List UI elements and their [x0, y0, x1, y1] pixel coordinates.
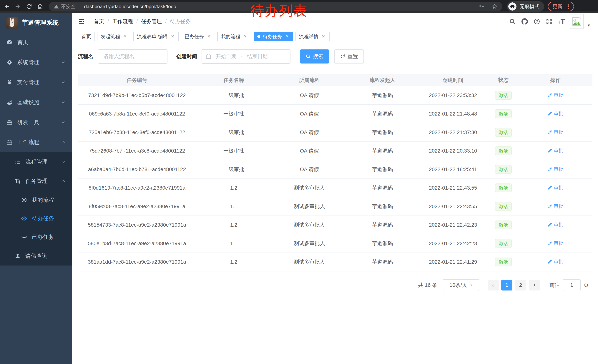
sidebar-item-home[interactable]: 首页	[0, 32, 72, 52]
avatar[interactable]	[570, 14, 583, 29]
approve-link[interactable]: 审批	[548, 203, 563, 209]
close-icon[interactable]	[123, 34, 127, 39]
sidebar-item-infrastructure[interactable]: 基础设施	[0, 92, 72, 112]
sidebar-item-leave-query[interactable]: 请假查询	[0, 246, 72, 266]
close-icon[interactable]	[243, 34, 248, 39]
end-date-input[interactable]	[242, 54, 272, 59]
forward-icon[interactable]	[14, 2, 22, 11]
page-1-button[interactable]: 1	[501, 280, 512, 291]
divider	[80, 4, 80, 9]
browser-update-button[interactable]: 更新	[548, 2, 574, 11]
tab-start-process[interactable]: 发起流程	[97, 32, 131, 41]
help-icon[interactable]	[533, 18, 540, 25]
reset-button[interactable]: 重置	[334, 49, 364, 64]
search-button[interactable]: 搜索	[300, 49, 329, 64]
sidebar-item-task-management[interactable]: 任务管理	[0, 171, 72, 191]
logo-image	[6, 17, 18, 29]
table-row: 580e1b3d-7ac8-11ec-a9e2-a2380e71991a 1.1…	[78, 235, 592, 253]
breadcrumb-home[interactable]: 首页	[94, 18, 104, 25]
chevron-up-icon	[61, 140, 66, 145]
sidebar-item-system[interactable]: 系统管理	[0, 52, 72, 72]
approve-link[interactable]: 审批	[548, 129, 563, 135]
avatar-caret-icon[interactable]	[587, 23, 590, 28]
todo-task-table: 任务编号 任务名称 所属流程 流程发起人 创建时间 状态 操作 73211d9d…	[78, 74, 592, 271]
edit-pencil-icon	[548, 204, 552, 209]
table-row: 725a1eb6-7b88-11ec-8ef0-acde48001122 一级审…	[78, 123, 592, 142]
close-icon[interactable]	[321, 34, 326, 39]
sidebar-item-dev-tools[interactable]: 研发工具	[0, 112, 72, 132]
tab-todo-tasks[interactable]: 待办任务	[254, 32, 293, 41]
status-badge: 激活	[495, 239, 512, 248]
back-icon[interactable]	[3, 2, 11, 11]
status-badge: 激活	[495, 184, 512, 192]
sidebar-item-payment[interactable]: ¥ 支付管理	[0, 72, 72, 92]
address-bar[interactable]: 不安全 dashboard.yudao.iocoder.cn/bpm/task/…	[49, 2, 502, 11]
eye-closed-icon	[21, 234, 27, 240]
person-icon	[14, 252, 21, 259]
fullscreen-icon[interactable]	[545, 18, 553, 25]
tab-done-tasks[interactable]: 已办任务	[181, 32, 215, 41]
bookmark-star-icon[interactable]	[492, 4, 498, 9]
table-row: 8f059c03-7ac8-11ec-a9e2-a2380e71991a 1.1…	[78, 197, 592, 216]
collapse-sidebar-icon[interactable]	[78, 18, 85, 25]
approve-link[interactable]: 审批	[548, 259, 563, 265]
approve-link[interactable]: 审批	[548, 110, 563, 117]
calendar-icon	[206, 54, 211, 59]
breadcrumb-task-management[interactable]: 任务管理	[141, 18, 162, 25]
total-count: 共 16 条	[418, 282, 437, 289]
pagination: 共 16 条 10条/页 1 2 前往 页	[78, 279, 592, 291]
approve-link[interactable]: 审批	[548, 147, 563, 154]
date-range-picker[interactable]: -	[201, 49, 291, 64]
close-icon[interactable]	[285, 34, 290, 39]
close-icon[interactable]	[207, 34, 211, 39]
edit-pencil-icon	[548, 93, 552, 97]
monitor-icon	[6, 99, 13, 105]
sidebar-item-my-process[interactable]: 我的流程	[0, 191, 72, 209]
sidebar-item-workflow[interactable]: 工作流程	[0, 132, 72, 152]
prev-page-button[interactable]	[488, 280, 499, 291]
close-icon[interactable]	[170, 34, 175, 39]
tab-my-process[interactable]: 我的流程	[217, 32, 251, 41]
process-name-input[interactable]	[98, 49, 167, 64]
approve-link[interactable]: 审批	[548, 92, 563, 98]
breadcrumb-current: 待办任务	[170, 18, 191, 25]
page-size-select[interactable]: 10条/页	[443, 279, 479, 291]
sidebar-item-done-tasks[interactable]: 已办任务	[0, 228, 72, 246]
home-icon[interactable]	[36, 2, 44, 11]
approve-link[interactable]: 审批	[548, 166, 563, 172]
status-badge: 激活	[495, 91, 512, 100]
github-icon[interactable]	[521, 18, 528, 25]
sidebar-item-process-management[interactable]: 流程管理	[0, 152, 72, 171]
key-icon[interactable]	[479, 4, 485, 9]
edit-pencil-icon	[548, 222, 552, 227]
approve-link[interactable]: 审批	[548, 221, 563, 228]
breadcrumb: 首页 工作流程 任务管理 待办任务	[94, 18, 191, 25]
eye-open-icon	[21, 215, 27, 222]
edit-pencil-icon	[548, 185, 552, 190]
sidebar-item-todo-tasks[interactable]: 待办任务	[0, 209, 72, 228]
start-date-input[interactable]	[211, 54, 241, 59]
table-header: 任务编号 任务名称 所属流程 流程发起人 创建时间 状态 操作	[78, 74, 592, 86]
date-range-separator: -	[241, 54, 242, 59]
breadcrumb-workflow[interactable]: 工作流程	[112, 18, 133, 25]
tab-process-detail[interactable]: 流程详情	[295, 32, 330, 41]
browser-menu-icon[interactable]	[565, 3, 571, 10]
status-badge: 激活	[495, 220, 512, 229]
edit-pencil-icon	[548, 111, 552, 116]
goto-label: 前往	[549, 282, 560, 289]
tree-list-icon	[14, 159, 21, 165]
reload-icon[interactable]	[25, 2, 33, 11]
search-icon[interactable]	[509, 18, 516, 25]
page-2-button[interactable]: 2	[515, 280, 526, 291]
goto-page-input[interactable]	[563, 279, 581, 291]
tags-view-bar: 首页 发起流程 流程表单-编辑 已办任务 我的流程 待办任务 流程详情	[72, 30, 598, 43]
browser-chrome: 不安全 dashboard.yudao.iocoder.cn/bpm/task/…	[0, 0, 598, 13]
edit-pencil-icon	[548, 241, 552, 246]
font-size-icon[interactable]	[558, 18, 565, 25]
approve-link[interactable]: 审批	[548, 240, 563, 246]
next-page-button[interactable]	[529, 280, 540, 291]
tab-process-form-edit[interactable]: 流程表单-编辑	[133, 32, 179, 41]
app-logo[interactable]: 芋道管理系统	[0, 13, 72, 32]
approve-link[interactable]: 审批	[548, 184, 563, 191]
tab-home[interactable]: 首页	[78, 32, 95, 41]
